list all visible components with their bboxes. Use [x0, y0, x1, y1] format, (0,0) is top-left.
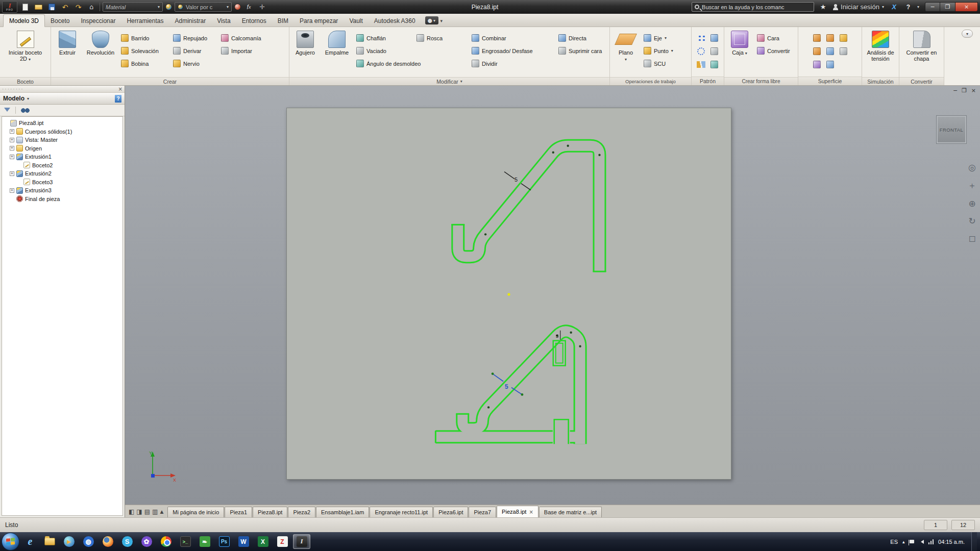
undo-button[interactable]: ↶ [60, 2, 70, 12]
ribbon-tab-bim[interactable]: BIM [272, 15, 294, 27]
exchange-apps-button[interactable]: X [889, 2, 899, 12]
agujero-button[interactable]: Agujero [291, 28, 320, 76]
taskbar-app-purple[interactable]: ✿ [138, 534, 155, 549]
scu-button[interactable]: SCU [642, 57, 675, 70]
tree-item-pieza8-root[interactable]: + Pieza8.ipt [4, 119, 121, 128]
chaflan-button[interactable]: Chaflán [354, 32, 414, 44]
taskbar-app-dark[interactable]: >_ [177, 534, 194, 549]
start-button[interactable] [2, 533, 19, 550]
doc-tab-pieza7[interactable]: Pieza7 [469, 507, 496, 517]
taskbar-app-green[interactable]: ❧ [196, 534, 213, 549]
eje-button[interactable]: Eje▾ [642, 32, 675, 44]
save-button[interactable] [46, 2, 57, 12]
ribbon-options-caret[interactable]: ▾ [440, 18, 443, 23]
cascade-windows-button[interactable]: ◧ [129, 508, 134, 515]
tile-vertical-button[interactable]: ▥ [152, 508, 158, 515]
group-label-boceto[interactable]: Boceto [0, 77, 51, 85]
ribbon-tab-boceto[interactable]: Boceto [45, 15, 75, 27]
taskbar-explorer-folder[interactable] [41, 534, 58, 549]
repujado-button[interactable]: Repujado [171, 32, 219, 44]
group-label-simulacion[interactable]: Simulación [862, 77, 899, 85]
tree-item-boceto2[interactable]: + Boceto2 [17, 161, 121, 170]
taskbar-internet-explorer[interactable]: e [21, 534, 39, 549]
expand-toggle[interactable]: + [10, 146, 14, 151]
reparar-button[interactable] [823, 44, 837, 58]
esculpir-button[interactable] [823, 58, 837, 71]
dividir-button[interactable]: Dividir [470, 57, 556, 70]
nervio-button[interactable]: Nervio [171, 57, 219, 70]
tile-windows-button[interactable]: ◨ [136, 508, 142, 515]
ribbon-tab-para-empezar[interactable]: Para empezar [294, 15, 344, 27]
vaciado-button[interactable]: Vaciado [354, 44, 470, 57]
taskbar-inventor-active[interactable]: I [293, 534, 310, 549]
favorites-star-button[interactable]: ★ [818, 2, 828, 12]
group-label-operaciones-trabajo[interactable]: Operaciones de trabajo [610, 77, 691, 85]
panel-close-button[interactable]: × [118, 86, 122, 92]
doc-tab-engranaje-recto11[interactable]: Engranaje recto11.ipt [370, 507, 433, 517]
measure-button[interactable]: ✛ [257, 2, 267, 12]
calcomania-button[interactable]: Calcomanía [219, 32, 273, 44]
convertir-chapa-button[interactable]: Convertir en chapa [901, 28, 942, 76]
ribbon-collapse-button[interactable]: ▾ [962, 30, 973, 38]
taskbar-photoshop[interactable]: Ps [215, 534, 233, 549]
doc-tab-pieza2[interactable]: Pieza2 [288, 507, 315, 517]
help-search-box[interactable] [692, 2, 814, 12]
taskbar-media-player[interactable]: ▶ [60, 534, 78, 549]
expand-toggle[interactable]: + [10, 188, 14, 193]
ribbon-tab-modelo-3d[interactable]: Modelo 3D [3, 14, 45, 27]
close-button[interactable]: × [955, 2, 978, 12]
doc-tab-pieza1[interactable]: Pieza1 [225, 507, 252, 517]
ribbon-tab-autodesk-a360[interactable]: Autodesk A360 [369, 15, 421, 27]
group-label-crear[interactable]: Crear [51, 77, 289, 85]
convertir-forma-button[interactable]: Convertir [755, 44, 792, 57]
directa-button[interactable]: Directa [556, 32, 608, 44]
tree-item-boceto3[interactable]: + Boceto3 [17, 178, 121, 187]
home-button[interactable]: ⌂ [86, 2, 97, 12]
angulo-desmoldeo-button[interactable]: Ángulo de desmoldeo [354, 57, 470, 70]
action-center-flag-icon[interactable] [910, 540, 914, 543]
extruir-button[interactable]: Extruir [53, 28, 82, 76]
mover-cuerpos-button[interactable] [708, 58, 721, 71]
doc-close-button[interactable]: × [971, 87, 976, 94]
ribbon-tab-administrar[interactable]: Administrar [169, 15, 211, 27]
taskbar-chrome[interactable] [157, 534, 175, 549]
close-tab-icon[interactable]: × [529, 509, 533, 515]
ribbon-tab-herramientas[interactable]: Herramientas [121, 15, 169, 27]
tree-item-cuerpos-solidos[interactable]: + Cuerpos sólidos(1) [10, 128, 121, 136]
analisis-tension-button[interactable]: Análisis de tensión [864, 28, 897, 76]
simetria-button[interactable] [695, 58, 708, 71]
combinar-button[interactable]: Combinar [470, 32, 556, 44]
appearance-ball-icon[interactable] [165, 4, 172, 10]
ribbon-tab-entornos[interactable]: Entornos [236, 15, 272, 27]
group-label-forma-libre[interactable]: Crear forma libre [724, 77, 798, 85]
doc-restore-button[interactable]: ❐ [962, 87, 967, 94]
inventor-logo[interactable]: I PRO [2, 1, 17, 13]
tree-item-extrusion3[interactable]: + Extrusión3 [10, 186, 121, 195]
look-at-button[interactable]: ◻ [968, 233, 976, 243]
empalme-button[interactable]: Empalme [321, 28, 353, 76]
doc-tab-pieza8-a[interactable]: Pieza8.ipt [253, 507, 287, 517]
signin-button[interactable]: Iniciar sesión ▾ [832, 2, 885, 12]
ribbon-tab-inspeccionar[interactable]: Inspeccionar [75, 15, 121, 27]
expand-toggle[interactable]: + [10, 171, 14, 176]
material-combo[interactable]: Material ▾ [103, 2, 163, 12]
punto-button[interactable]: Punto▾ [642, 44, 675, 57]
suprimir-cara-button[interactable]: Suprimir cara [556, 44, 608, 57]
taskbar-zotero[interactable]: Z [274, 534, 291, 549]
doc-minimize-button[interactable]: ─ [953, 87, 957, 94]
doc-tab-ensamblaje1[interactable]: Ensamblaje1.iam [316, 507, 369, 517]
ribbon-tab-vault[interactable]: Vault [344, 15, 368, 27]
tree-item-final-de-pieza[interactable]: + Final de pieza [10, 195, 121, 204]
expand-toggle[interactable]: + [10, 129, 14, 134]
clock[interactable]: 04:15 a.m. [938, 539, 965, 545]
hidden-icons-button[interactable]: ▴ [902, 539, 905, 544]
view-cube[interactable]: FRONTAL [936, 115, 967, 144]
taskbar-excel[interactable]: X [254, 534, 272, 549]
doc-tab-inicio[interactable]: Mi página de inicio [167, 507, 224, 517]
ribbon-tab-vista[interactable]: Vista [211, 15, 236, 27]
steering-wheel-button[interactable]: ◎ [968, 162, 976, 172]
new-file-button[interactable] [20, 2, 31, 12]
search-input[interactable] [702, 4, 811, 10]
engrosado-button[interactable]: Engrosado/ Desfase [470, 44, 556, 57]
volume-icon[interactable] [919, 540, 924, 544]
